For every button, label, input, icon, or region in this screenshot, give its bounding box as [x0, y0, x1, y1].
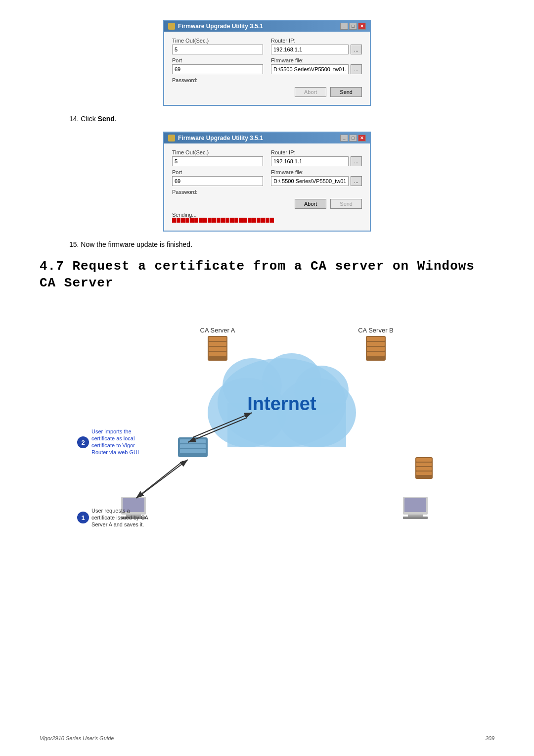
col-port-2: Port — [172, 169, 263, 186]
routerip-browse-2[interactable]: ... — [351, 156, 362, 166]
step15: 15. Now the firmware update is finished. — [69, 240, 494, 248]
minimize-button-1[interactable]: _ — [340, 23, 348, 30]
svg-rect-9 — [209, 347, 226, 351]
routerip-label-2: Router IP: — [271, 149, 362, 155]
timeout-input-2[interactable] — [172, 156, 263, 166]
prog-seg-15 — [234, 218, 238, 223]
prog-seg-21 — [261, 218, 265, 223]
ca-server-a-label: CA Server A — [200, 327, 235, 334]
window2-title: Firmware Upgrade Utility 3.5.1 — [178, 135, 263, 142]
abort-button-2[interactable]: Abort — [295, 199, 326, 209]
prog-seg-17 — [243, 218, 247, 223]
prog-seg-2 — [177, 218, 180, 223]
prog-seg-5 — [190, 218, 194, 223]
password-row-2: Password: — [172, 189, 362, 195]
svg-rect-18 — [416, 472, 432, 475]
ca-server-b-label: CA Server B — [358, 327, 394, 334]
firmware-row-1: ... — [271, 64, 362, 74]
port-label-1: Port — [172, 57, 263, 63]
password-label-2: Password: — [172, 189, 362, 195]
firmware-label-2: Firmware file: — [271, 169, 362, 175]
prog-seg-19 — [252, 218, 256, 223]
note2-line2: certificate as local — [91, 435, 134, 441]
firmware-input-1[interactable] — [271, 64, 349, 74]
routerip-row-1: ... — [271, 45, 362, 54]
status-text: Sending... — [172, 212, 362, 218]
password-row-1: Password: — [172, 77, 362, 83]
col-routerip-1: Router IP: ... — [271, 38, 362, 54]
titlebar-left-1: Firmware Upgrade Utility 3.5.1 — [168, 23, 263, 30]
svg-rect-8 — [209, 342, 226, 346]
page-number: 209 — [486, 735, 494, 741]
firmware-label-1: Firmware file: — [271, 57, 362, 63]
firmware-window-2: Firmware Upgrade Utility 3.5.1 _ □ ✕ Tim… — [163, 132, 371, 232]
prog-seg-16 — [239, 218, 243, 223]
svg-rect-11 — [367, 337, 385, 341]
routerip-input-1[interactable] — [271, 45, 349, 54]
port-input-1[interactable] — [172, 64, 263, 74]
svg-rect-27 — [403, 517, 428, 519]
col-timeout-2: Time Out(Sec.) — [172, 149, 263, 166]
note2-line1: User imports the — [91, 428, 132, 434]
svg-rect-17 — [416, 467, 432, 471]
step14-bold: Send — [98, 115, 115, 123]
firmware-input-2[interactable] — [271, 176, 349, 186]
port-input-2[interactable] — [172, 176, 263, 186]
progress-bar — [172, 218, 362, 223]
row1-top: Time Out(Sec.) Router IP: ... — [172, 38, 362, 54]
prog-seg-18 — [248, 218, 252, 223]
prog-seg-14 — [230, 218, 234, 223]
svg-rect-15 — [416, 458, 432, 462]
buttons-1: Abort Send — [172, 87, 362, 97]
note1-line3: Server A and saves it. — [91, 521, 144, 527]
maximize-button-2[interactable]: □ — [349, 135, 357, 142]
abort-button-1[interactable]: Abort — [295, 87, 326, 97]
step14-number: 14. — [69, 115, 79, 123]
routerip-row-2: ... — [271, 156, 362, 166]
row2-mid: Port Firmware file: ... — [172, 169, 362, 186]
timeout-input-1[interactable] — [172, 45, 263, 54]
maximize-button-1[interactable]: □ — [349, 23, 357, 30]
routerip-browse-1[interactable]: ... — [351, 45, 362, 54]
prog-seg-10 — [212, 218, 216, 223]
prog-seg-20 — [257, 218, 261, 223]
row1-mid: Port Firmware file: ... — [172, 57, 362, 74]
firmware-browse-2[interactable]: ... — [351, 176, 362, 186]
timeout-label-1: Time Out(Sec.) — [172, 38, 263, 44]
close-button-1[interactable]: ✕ — [358, 23, 366, 30]
step15-number: 15. — [69, 240, 79, 248]
close-button-2[interactable]: ✕ — [358, 135, 366, 142]
page-footer: Vigor2910 Series User's Guide 209 — [40, 735, 494, 741]
routerip-input-2[interactable] — [271, 156, 349, 166]
titlebar-controls-2: _ □ ✕ — [340, 135, 366, 142]
window1-title: Firmware Upgrade Utility 3.5.1 — [178, 23, 263, 30]
app-icon-2 — [168, 135, 175, 142]
send-button-1[interactable]: Send — [330, 87, 362, 97]
routerip-label-1: Router IP: — [271, 38, 362, 44]
titlebar-2: Firmware Upgrade Utility 3.5.1 _ □ ✕ — [164, 133, 370, 143]
firmware-browse-1[interactable]: ... — [351, 64, 362, 74]
svg-rect-7 — [209, 337, 226, 341]
prog-seg-7 — [199, 218, 203, 223]
row2-top: Time Out(Sec.) Router IP: ... — [172, 149, 362, 166]
footer-title: Vigor2910 Series User's Guide — [40, 735, 114, 741]
svg-rect-13 — [367, 347, 385, 351]
timeout-label-2: Time Out(Sec.) — [172, 149, 263, 155]
titlebar-controls-1: _ □ ✕ — [340, 23, 366, 30]
prog-seg-8 — [203, 218, 207, 223]
arrow-pc-router — [138, 460, 188, 497]
send-button-2[interactable]: Send — [330, 199, 362, 209]
titlebar-left-2: Firmware Upgrade Utility 3.5.1 — [168, 135, 263, 142]
page: Firmware Upgrade Utility 3.5.1 _ □ ✕ Tim… — [0, 0, 534, 756]
col-routerip-2: Router IP: ... — [271, 149, 362, 166]
note2-line3: certificate to Vigor — [91, 442, 135, 448]
prog-seg-12 — [221, 218, 225, 223]
col-port-1: Port — [172, 57, 263, 74]
col-timeout-1: Time Out(Sec.) — [172, 38, 263, 54]
step15-text: Now the firmware update is finished. — [81, 240, 192, 248]
minimize-button-2[interactable]: _ — [340, 135, 348, 142]
prog-seg-4 — [185, 218, 189, 223]
prog-seg-23 — [270, 218, 274, 223]
note1-line1: User requests a — [91, 508, 131, 514]
prog-seg-13 — [225, 218, 229, 223]
